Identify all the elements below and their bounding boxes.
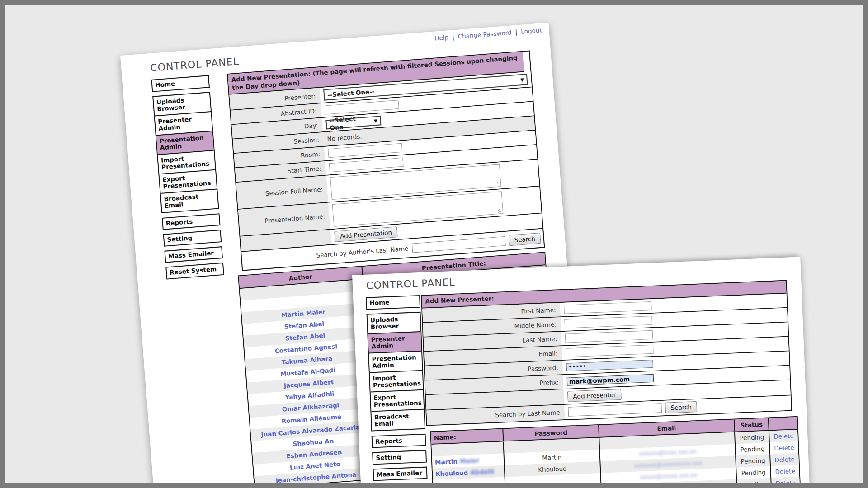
sidebar-item-broadcast-email[interactable]: Broadcast Email [161, 188, 218, 212]
lastname-search-button[interactable]: Search [665, 401, 697, 413]
add-presenter-form: Add New Presenter: First Name: Middle Na… [421, 280, 792, 426]
sidebar-group: Uploads Browser Presenter Admin Presenta… [367, 311, 426, 431]
sidebar-item-setting[interactable]: Setting [163, 230, 222, 246]
logout-link[interactable]: Logout [521, 26, 542, 35]
status-column-header: Status [735, 418, 769, 431]
chevron-down-icon: ▼ [374, 118, 378, 123]
link-divider: | [515, 28, 518, 35]
middle-name-input[interactable] [564, 315, 652, 328]
email-input[interactable] [566, 344, 654, 357]
delete-link[interactable]: Delete [774, 432, 794, 440]
sidebar-item-reset-system[interactable]: Reset System [373, 483, 429, 488]
password-input[interactable]: ••••• [566, 359, 653, 371]
delete-link[interactable]: Delete [775, 467, 795, 475]
sidebar-item-home[interactable]: Home [366, 295, 420, 310]
sidebar-item-uploads-browser[interactable]: Uploads Browser [368, 312, 421, 333]
prefix-input[interactable]: mark@owpm.com [567, 374, 654, 385]
sidebar-item-import-presentations[interactable]: Import Presentations [370, 370, 423, 391]
page-title: CONTROL PANEL [150, 56, 239, 74]
window-presenter-admin: CONTROL PANEL Home Uploads Browser Prese… [352, 257, 813, 488]
status-badge: Pending [736, 442, 770, 455]
sidebar-group: Uploads Browser Presenter Admin Presenta… [152, 92, 219, 213]
presenter-name-link[interactable]: Khouloud [435, 469, 468, 478]
screenshot-frame: Help|Change Password|Logout CONTROL PANE… [0, 0, 868, 488]
sidebar: Home Uploads Browser Presenter Admin Pre… [366, 295, 429, 488]
status-badge: Pending [736, 454, 771, 467]
presenters-table: Name: Password Email Status Pending Dele… [430, 416, 801, 488]
top-links: Help|Change Password|Logout [434, 26, 542, 42]
day-select[interactable]: --Select One-- ▼ [326, 116, 381, 129]
last-name-input[interactable] [565, 330, 653, 343]
author-search-button[interactable]: Search [509, 233, 541, 246]
add-presenter-button[interactable]: Add Presenter [567, 389, 622, 402]
add-presentation-form: Add New Presentation: (The page will ref… [227, 50, 545, 271]
sidebar-item-reset-system[interactable]: Reset System [165, 263, 224, 279]
help-link[interactable]: Help [434, 33, 449, 42]
resize-handle-icon[interactable] [498, 209, 503, 213]
author-search-input[interactable] [411, 236, 505, 253]
lastname-search-input[interactable] [568, 403, 662, 416]
sidebar-item-setting[interactable]: Setting [372, 450, 427, 465]
redacted-email: xxxxx@xxxxx.xxx.xx [640, 472, 698, 480]
presenter-name-link[interactable]: Martin [435, 458, 458, 466]
status-badge: Pending [736, 466, 771, 479]
abstract-id-input[interactable] [325, 100, 399, 115]
redacted-last-name: Maier [460, 457, 480, 465]
delete-link[interactable]: Delete [774, 455, 795, 464]
redacted-email: xxxxxx@xxxxxx.xxx [641, 483, 697, 488]
sidebar-item-export-presentations[interactable]: Export Presentations [371, 389, 424, 411]
redacted-email: xxxxxx@xxxx.xxx.xx [639, 448, 696, 457]
sidebar-item-mass-emailer[interactable]: Mass Emailer [164, 246, 223, 263]
start-time-input[interactable] [329, 158, 404, 173]
actions-column-header [769, 417, 797, 430]
change-password-link[interactable]: Change Password [458, 28, 512, 40]
add-presentation-button[interactable]: Add Presentation [334, 226, 398, 242]
first-name-input[interactable] [564, 301, 652, 314]
chevron-down-icon: ▼ [520, 77, 524, 83]
sidebar-item-reports[interactable]: Reports [162, 213, 221, 230]
redacted-last-name: Abdelli [470, 468, 494, 476]
sidebar-item-broadcast-email[interactable]: Broadcast Email [371, 408, 425, 430]
delete-link[interactable]: Delete [774, 444, 794, 452]
author-search-label: Search by Author's Last Name [316, 244, 409, 259]
delete-link[interactable]: Delete [775, 479, 796, 487]
sidebar-item-home[interactable]: Home [151, 75, 210, 92]
status-badge: Pending [737, 478, 772, 488]
name-column-header: Name: [431, 429, 504, 444]
presenter-select-value: --Select One-- [327, 88, 374, 99]
sidebar-item-presenter-admin[interactable]: Presenter Admin [368, 331, 421, 352]
room-input[interactable] [328, 143, 402, 158]
sidebar-item-presentation-admin[interactable]: Presentation Admin [369, 350, 422, 372]
redacted-email: xxxxxxx@xxxxxxxxx.xxx [634, 460, 702, 469]
sidebar-item-reports[interactable]: Reports [372, 433, 426, 448]
sidebar: Home Uploads Browser Presenter Admin Pre… [151, 75, 224, 283]
link-divider: | [452, 33, 454, 40]
sidebar-item-mass-emailer[interactable]: Mass Emailer [373, 466, 428, 481]
resize-handle-icon[interactable] [496, 182, 500, 186]
page-title: CONTROL PANEL [366, 277, 455, 291]
status-badge: Pending [735, 431, 770, 444]
